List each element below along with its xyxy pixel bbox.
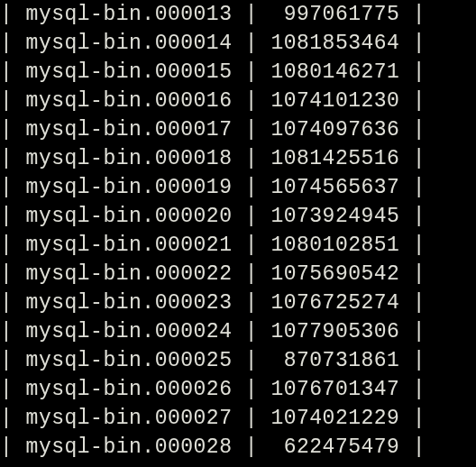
binlog-name: mysql-bin.000028 bbox=[26, 435, 233, 459]
column-separator: | bbox=[399, 407, 426, 430]
binlog-size: 1080146271 bbox=[270, 60, 399, 84]
column-separator: | bbox=[0, 407, 26, 430]
column-separator: | bbox=[399, 262, 426, 286]
binlog-name: mysql-bin.000026 bbox=[26, 378, 233, 401]
table-row: | mysql-bin.000021 | 1080102851 | bbox=[0, 231, 476, 260]
binlog-size: 1080102851 bbox=[270, 234, 399, 257]
column-separator: | bbox=[0, 349, 26, 372]
binlog-size: 622475479 bbox=[270, 435, 399, 459]
column-separator: | bbox=[232, 291, 270, 315]
binlog-name: mysql-bin.000027 bbox=[26, 407, 233, 430]
column-separator: | bbox=[399, 378, 426, 401]
column-separator: | bbox=[232, 234, 270, 257]
column-separator: | bbox=[0, 60, 26, 84]
binary-log-table: | mysql-bin.000013 | 997061775 || mysql-… bbox=[0, 0, 476, 462]
binlog-size: 1076701347 bbox=[270, 378, 399, 401]
binlog-size: 1081853464 bbox=[270, 32, 399, 55]
binlog-name: mysql-bin.000022 bbox=[26, 262, 233, 286]
column-separator: | bbox=[232, 320, 270, 343]
table-row: | mysql-bin.000018 | 1081425516 | bbox=[0, 144, 476, 173]
column-separator: | bbox=[232, 32, 270, 55]
column-separator: | bbox=[399, 205, 426, 228]
binlog-size: 1074565637 bbox=[270, 176, 399, 199]
binlog-name: mysql-bin.000017 bbox=[26, 118, 233, 142]
table-row: | mysql-bin.000027 | 1074021229 | bbox=[0, 404, 476, 433]
column-separator: | bbox=[232, 3, 270, 26]
column-separator: | bbox=[232, 435, 270, 459]
column-separator: | bbox=[232, 407, 270, 430]
table-row: | mysql-bin.000014 | 1081853464 | bbox=[0, 29, 476, 58]
table-row: | mysql-bin.000024 | 1077905306 | bbox=[0, 317, 476, 346]
column-separator: | bbox=[399, 435, 426, 459]
table-row: | mysql-bin.000025 | 870731861 | bbox=[0, 346, 476, 375]
column-separator: | bbox=[232, 378, 270, 401]
column-separator: | bbox=[232, 118, 270, 142]
column-separator: | bbox=[0, 89, 26, 113]
column-separator: | bbox=[0, 378, 26, 401]
column-separator: | bbox=[232, 205, 270, 228]
column-separator: | bbox=[232, 89, 270, 113]
table-row: | mysql-bin.000026 | 1076701347 | bbox=[0, 375, 476, 404]
table-row: | mysql-bin.000023 | 1076725274 | bbox=[0, 288, 476, 317]
column-separator: | bbox=[0, 205, 26, 228]
binlog-name: mysql-bin.000015 bbox=[26, 60, 233, 84]
column-separator: | bbox=[0, 262, 26, 286]
binlog-size: 1074101230 bbox=[270, 89, 399, 113]
binlog-name: mysql-bin.000020 bbox=[26, 205, 233, 228]
column-separator: | bbox=[0, 176, 26, 199]
column-separator: | bbox=[399, 89, 426, 113]
column-separator: | bbox=[232, 176, 270, 199]
binlog-size: 1077905306 bbox=[270, 320, 399, 343]
binlog-size: 1074097636 bbox=[270, 118, 399, 142]
table-row: | mysql-bin.000022 | 1075690542 | bbox=[0, 260, 476, 288]
table-row: | mysql-bin.000019 | 1074565637 | bbox=[0, 173, 476, 202]
binlog-name: mysql-bin.000013 bbox=[26, 3, 233, 26]
column-separator: | bbox=[399, 3, 426, 26]
column-separator: | bbox=[399, 176, 426, 199]
column-separator: | bbox=[399, 234, 426, 257]
binlog-size: 1076725274 bbox=[270, 291, 399, 315]
binlog-name: mysql-bin.000023 bbox=[26, 291, 233, 315]
column-separator: | bbox=[399, 60, 426, 84]
binlog-name: mysql-bin.000014 bbox=[26, 32, 233, 55]
column-separator: | bbox=[0, 147, 26, 170]
column-separator: | bbox=[232, 60, 270, 84]
column-separator: | bbox=[399, 118, 426, 142]
column-separator: | bbox=[399, 291, 426, 315]
column-separator: | bbox=[232, 147, 270, 170]
column-separator: | bbox=[0, 234, 26, 257]
column-separator: | bbox=[0, 435, 26, 459]
table-row: | mysql-bin.000013 | 997061775 | bbox=[0, 0, 476, 29]
column-separator: | bbox=[0, 3, 26, 26]
binlog-name: mysql-bin.000021 bbox=[26, 234, 233, 257]
table-row: | mysql-bin.000017 | 1074097636 | bbox=[0, 115, 476, 144]
column-separator: | bbox=[232, 262, 270, 286]
column-separator: | bbox=[399, 320, 426, 343]
column-separator: | bbox=[0, 320, 26, 343]
table-row: | mysql-bin.000020 | 1073924945 | bbox=[0, 202, 476, 231]
table-row: | mysql-bin.000028 | 622475479 | bbox=[0, 433, 476, 462]
binlog-size: 997061775 bbox=[270, 3, 399, 26]
binlog-name: mysql-bin.000024 bbox=[26, 320, 233, 343]
column-separator: | bbox=[0, 291, 26, 315]
binlog-name: mysql-bin.000025 bbox=[26, 349, 233, 372]
binlog-size: 1073924945 bbox=[270, 205, 399, 228]
binlog-size: 870731861 bbox=[270, 349, 399, 372]
table-row: | mysql-bin.000016 | 1074101230 | bbox=[0, 87, 476, 115]
binlog-size: 1075690542 bbox=[270, 262, 399, 286]
binlog-name: mysql-bin.000018 bbox=[26, 147, 233, 170]
binlog-size: 1081425516 bbox=[270, 147, 399, 170]
column-separator: | bbox=[0, 32, 26, 55]
column-separator: | bbox=[399, 147, 426, 170]
binlog-size: 1074021229 bbox=[270, 407, 399, 430]
binlog-name: mysql-bin.000016 bbox=[26, 89, 233, 113]
column-separator: | bbox=[399, 349, 426, 372]
column-separator: | bbox=[0, 118, 26, 142]
column-separator: | bbox=[232, 349, 270, 372]
binlog-name: mysql-bin.000019 bbox=[26, 176, 233, 199]
table-row: | mysql-bin.000015 | 1080146271 | bbox=[0, 58, 476, 87]
column-separator: | bbox=[399, 32, 426, 55]
